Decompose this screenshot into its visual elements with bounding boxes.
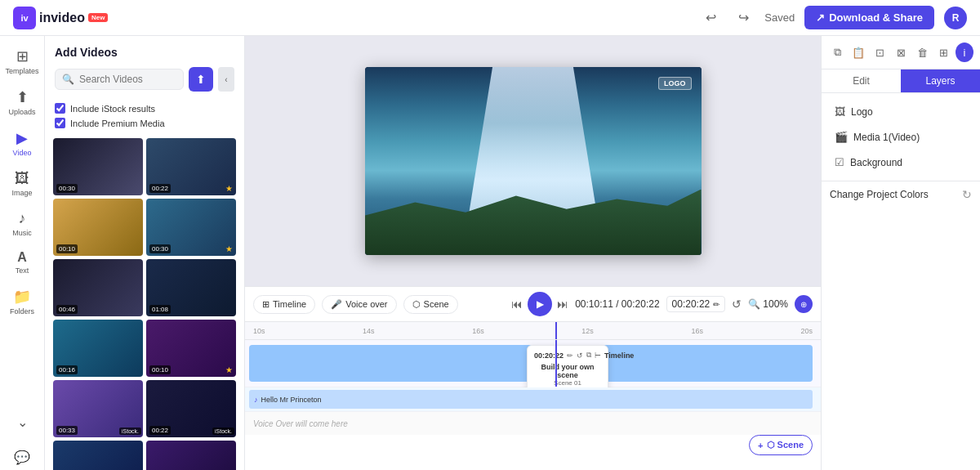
- list-item[interactable]: 00:46: [53, 259, 143, 316]
- grid-button[interactable]: ⊞: [934, 43, 952, 62]
- thumb-duration: 00:33: [56, 426, 78, 435]
- premium-checkbox-row[interactable]: Include Premium Media: [55, 118, 234, 128]
- timeline-area: ⊞ Timeline 🎤 Voice over ⬡ Scene ⏮ ▶ ⏭: [245, 286, 821, 470]
- transport-controls: ⏮ ▶ ⏭: [511, 292, 568, 316]
- media-layer-name: Media 1(Video): [853, 132, 920, 143]
- expand-button[interactable]: ⊕: [795, 295, 813, 313]
- premium-checkbox[interactable]: [55, 118, 65, 128]
- panel-title: Add Videos: [55, 46, 234, 59]
- user-avatar[interactable]: R: [944, 7, 967, 29]
- current-time: 00:10:11 / 00:20:22: [575, 298, 659, 310]
- logo-icon: iv: [13, 7, 36, 29]
- play-button[interactable]: ▶: [528, 292, 552, 316]
- add-scene-button[interactable]: + Layers ⬡ Scene: [749, 435, 813, 455]
- resize-button[interactable]: ⊡: [871, 43, 889, 62]
- search-input[interactable]: [79, 74, 176, 85]
- search-row: 🔍 ⬆ ‹: [55, 67, 234, 92]
- layer-item-media[interactable]: 🎬 Media 1(Video): [828, 125, 973, 149]
- copy-button[interactable]: ⧉: [828, 43, 846, 62]
- sidebar-item-uploads[interactable]: ⬆ Uploads: [2, 83, 42, 121]
- header: iv invideo New ↩ ↪ Saved ↗ Download & Sh…: [0, 0, 980, 36]
- thumb-duration: 01:08: [149, 305, 171, 314]
- saved-status: Saved: [764, 11, 795, 24]
- video-panel: Add Videos 🔍 ⬆ ‹ Include iStock results …: [45, 36, 245, 470]
- video-canvas: LOGO: [365, 67, 702, 255]
- tab-layers[interactable]: Layers: [901, 69, 980, 92]
- list-item[interactable]: 00:16: [53, 320, 143, 377]
- redo-button[interactable]: ↪: [732, 7, 755, 29]
- list-item[interactable]: 00:30: [53, 138, 143, 195]
- video-icon: ▶: [16, 129, 28, 147]
- istock-checkbox-row[interactable]: Include iStock results: [55, 103, 234, 114]
- audio-block[interactable]: ♪ Hello Mr Princeton: [249, 390, 813, 409]
- skip-forward-button[interactable]: ⏭: [557, 298, 568, 311]
- voiceover-placeholder: Voice Over will come here: [253, 419, 348, 428]
- download-share-button[interactable]: ↗ Download & Share: [804, 6, 934, 29]
- audio-note-icon: ♪: [254, 396, 258, 404]
- list-item[interactable]: 01:09: [53, 441, 143, 470]
- list-item[interactable]: 00:30★: [146, 199, 236, 256]
- layer-item-background[interactable]: ☑ Background: [828, 150, 973, 174]
- ruler-mark: 16s: [472, 327, 484, 335]
- paste-button[interactable]: 📋: [849, 43, 867, 62]
- list-item[interactable]: 01:08: [146, 259, 236, 316]
- undo-button[interactable]: ↩: [699, 7, 722, 29]
- thumb-duration: 00:10: [149, 365, 171, 374]
- list-item[interactable]: 00:22★: [146, 138, 236, 195]
- layer-item-logo[interactable]: 🖼 Logo: [828, 100, 973, 123]
- list-item[interactable]: 00:10★: [146, 320, 236, 377]
- star-icon: ★: [225, 365, 233, 374]
- change-colors-row[interactable]: Change Project Colors ↻: [822, 181, 980, 208]
- scene-overlay-top: 00:20:22 ✏ ↺ ⧉ ⊢ Timeline: [534, 351, 601, 360]
- list-item[interactable]: 00:33iStock.: [53, 380, 143, 437]
- sidebar-item-image[interactable]: 🖼 Image: [2, 165, 42, 202]
- collapse-panel-button[interactable]: ‹: [218, 67, 234, 92]
- thumb-duration: 00:10: [56, 244, 78, 253]
- ruler-mark: 10s: [253, 327, 265, 335]
- ruler-mark: 12s: [581, 327, 594, 335]
- header-right: ↩ ↪ Saved ↗ Download & Share R: [699, 6, 967, 29]
- scene-button[interactable]: ⬡ Scene: [403, 295, 458, 314]
- istock-checkbox[interactable]: [55, 103, 65, 114]
- timeline-button[interactable]: ⊞ Timeline: [253, 295, 315, 314]
- search-box[interactable]: 🔍: [55, 69, 184, 90]
- loop-button[interactable]: ↺: [732, 298, 742, 311]
- sidebar-item-music[interactable]: ♪ Music: [2, 205, 42, 242]
- text-label: Text: [16, 266, 29, 275]
- sidebar-item-templates[interactable]: ⊞ Templates: [2, 43, 42, 80]
- playhead-track: [555, 340, 557, 387]
- info-button[interactable]: i: [956, 43, 973, 62]
- filter-checkboxes: Include iStock results Include Premium M…: [45, 98, 244, 135]
- tab-edit[interactable]: Edit: [822, 69, 901, 92]
- delete-button[interactable]: 🗑: [913, 43, 931, 62]
- upload-button[interactable]: ⬆: [189, 67, 213, 92]
- new-badge: New: [88, 13, 108, 22]
- music-label: Music: [12, 229, 32, 237]
- sidebar-item-text[interactable]: A Text: [2, 245, 42, 280]
- timeline-label: Timeline: [273, 299, 306, 309]
- crop-button[interactable]: ⊠: [892, 43, 910, 62]
- scene-label: Scene: [424, 299, 449, 309]
- time-box[interactable]: 00:20:22 ✏: [666, 296, 726, 312]
- skip-back-button[interactable]: ⏮: [511, 298, 523, 311]
- scene-sublabel: Scene 01: [534, 379, 601, 387]
- sidebar-chat-button[interactable]: 💬: [2, 445, 42, 470]
- right-toolbar: ⧉ 📋 ⊡ ⊠ 🗑 ⊞ i: [822, 36, 980, 69]
- time-separator: /: [616, 298, 621, 310]
- sidebar-item-folders[interactable]: 📁 Folders: [2, 283, 42, 320]
- list-item[interactable]: 00:22iStock.: [146, 380, 236, 437]
- change-colors-label: Change Project Colors: [830, 189, 929, 200]
- timeline-icon: ⊞: [262, 299, 270, 310]
- voiceover-button[interactable]: 🎤 Voice over: [322, 295, 396, 314]
- current-time-value: 00:10:11: [575, 298, 613, 310]
- scene-icon: ⬡: [412, 299, 421, 310]
- sidebar-more-button[interactable]: ⌄: [2, 410, 42, 435]
- istock-badge: iStock.: [212, 427, 234, 435]
- list-item[interactable]: 00:10: [53, 199, 143, 256]
- plus-icon: +: [758, 441, 763, 450]
- list-item[interactable]: 00:15: [146, 441, 236, 470]
- sidebar-item-video[interactable]: ▶ Video: [2, 124, 42, 162]
- zoom-control: 🔍 100%: [748, 298, 788, 310]
- chevron-right-icon: ↻: [962, 188, 972, 201]
- timeline-controls: ⊞ Timeline 🎤 Voice over ⬡ Scene ⏮ ▶ ⏭: [245, 287, 821, 322]
